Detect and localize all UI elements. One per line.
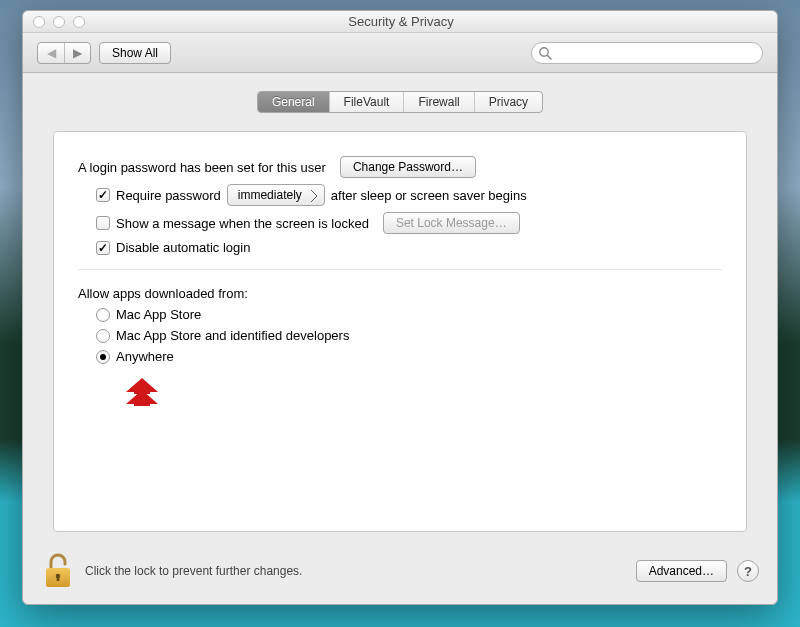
radio-label-app-store: Mac App Store	[116, 307, 201, 322]
gatekeeper-heading: Allow apps downloaded from:	[78, 286, 248, 301]
window-title: Security & Privacy	[85, 14, 717, 29]
help-button[interactable]: ?	[737, 560, 759, 582]
login-password-text: A login password has been set for this u…	[78, 160, 326, 175]
show-all-button[interactable]: Show All	[99, 42, 171, 64]
set-lock-message-button[interactable]: Set Lock Message…	[383, 212, 520, 234]
annotation-arrow-icon	[118, 376, 166, 414]
search-icon	[538, 46, 552, 60]
require-password-checkbox[interactable]	[96, 188, 110, 202]
minimize-icon[interactable]	[53, 16, 65, 28]
nav-back-forward: ◀ ▶	[37, 42, 91, 64]
change-password-button[interactable]: Change Password…	[340, 156, 476, 178]
forward-button[interactable]: ▶	[64, 43, 90, 63]
radio-mac-app-store[interactable]	[96, 308, 110, 322]
tab-general[interactable]: General	[258, 92, 329, 112]
toolbar: ◀ ▶ Show All	[23, 33, 777, 73]
lock-text: Click the lock to prevent further change…	[85, 564, 302, 578]
titlebar: Security & Privacy	[23, 11, 777, 33]
preferences-window: Security & Privacy ◀ ▶ Show All General …	[22, 10, 778, 605]
lock-icon[interactable]	[41, 551, 75, 591]
lock-message-label: Show a message when the screen is locked	[116, 216, 369, 231]
radio-anywhere[interactable]	[96, 350, 110, 364]
radio-identified-devs[interactable]	[96, 329, 110, 343]
disable-autologin-checkbox[interactable]	[96, 241, 110, 255]
close-icon[interactable]	[33, 16, 45, 28]
lock-message-checkbox[interactable]	[96, 216, 110, 230]
require-password-pre: Require password	[116, 188, 221, 203]
disable-autologin-label: Disable automatic login	[116, 240, 250, 255]
tab-filevault[interactable]: FileVault	[329, 92, 404, 112]
tab-bar: General FileVault Firewall Privacy	[257, 91, 543, 113]
footer: Click the lock to prevent further change…	[23, 544, 777, 604]
tab-privacy[interactable]: Privacy	[474, 92, 542, 112]
require-password-post: after sleep or screen saver begins	[331, 188, 527, 203]
svg-rect-4	[57, 576, 60, 581]
require-delay-select[interactable]: immediately	[227, 184, 325, 206]
radio-label-anywhere: Anywhere	[116, 349, 174, 364]
back-button[interactable]: ◀	[38, 43, 64, 63]
advanced-button[interactable]: Advanced…	[636, 560, 727, 582]
search-input[interactable]	[531, 42, 763, 64]
tab-firewall[interactable]: Firewall	[403, 92, 473, 112]
svg-line-1	[547, 55, 551, 59]
radio-label-identified: Mac App Store and identified developers	[116, 328, 349, 343]
zoom-icon[interactable]	[73, 16, 85, 28]
general-panel: A login password has been set for this u…	[53, 131, 747, 532]
